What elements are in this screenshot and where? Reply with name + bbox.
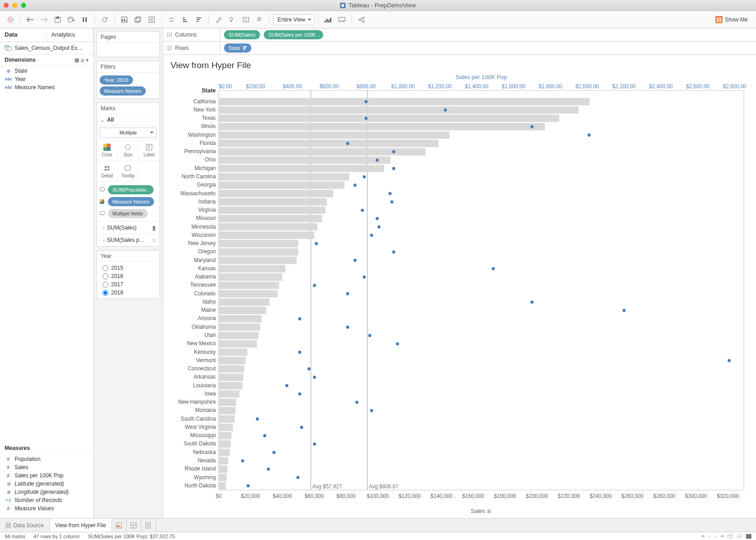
bar-Idaho[interactable] <box>218 299 269 306</box>
dot-Texas[interactable] <box>365 117 368 120</box>
bar-Massachusetts[interactable] <box>218 190 333 197</box>
mark-pill-row[interactable]: SUM(Populatio.. <box>98 184 159 196</box>
group-button[interactable] <box>226 14 238 26</box>
new-story-button[interactable] <box>141 519 156 532</box>
undo-button[interactable] <box>24 14 36 26</box>
dot-Nevada[interactable] <box>241 459 244 462</box>
highlight-button[interactable] <box>213 14 224 26</box>
dimension-field[interactable]: AbcMeasure Names <box>0 83 93 91</box>
bar-Michigan[interactable] <box>218 165 384 172</box>
bar-Connecticut[interactable] <box>218 365 244 373</box>
pin-button[interactable] <box>254 14 266 26</box>
view-small-icon[interactable] <box>728 534 733 539</box>
dot-Georgia[interactable] <box>353 183 357 187</box>
bar-Wisconsin[interactable] <box>218 232 314 239</box>
bar-South Dakota[interactable] <box>218 440 230 448</box>
datasource-tab[interactable]: Data Source <box>0 519 50 532</box>
new-datasource-button[interactable] <box>65 14 77 26</box>
measure-field[interactable]: ⊕Latitude (generated) <box>0 480 93 488</box>
mark-detail-cell[interactable]: Detail <box>97 161 118 182</box>
sheet-tab-active[interactable]: View from Hyper File <box>50 519 112 532</box>
bar-Montana[interactable] <box>218 407 235 414</box>
bar-Rhode Island[interactable] <box>218 465 227 473</box>
viz-title[interactable]: View from Hyper File <box>163 55 756 72</box>
columns-shelf[interactable]: Columns SUM(Sales)SUM(Sales per 100K .. <box>163 28 756 42</box>
mark-pill-row[interactable]: Measure Names <box>98 196 159 208</box>
mark-color-cell[interactable]: Color <box>97 140 118 161</box>
measure-field[interactable]: #Measure Values <box>0 504 93 513</box>
dot-Wyoming[interactable] <box>296 476 299 479</box>
bar-West Virginia[interactable] <box>218 424 233 431</box>
menu-icon[interactable]: ▾ <box>86 57 89 63</box>
dot-Maine[interactable] <box>623 309 626 312</box>
bar-Arizona[interactable] <box>218 315 261 322</box>
filter-pill[interactable]: Year: 2018 <box>100 75 133 85</box>
bar-South Carolina[interactable] <box>218 415 234 422</box>
dot-Montana[interactable] <box>370 409 373 412</box>
bar-Virginia[interactable] <box>218 207 325 214</box>
bar-Utah[interactable] <box>218 332 258 339</box>
bar-New Hampshire[interactable] <box>218 399 236 406</box>
new-dashboard-button[interactable] <box>127 519 141 532</box>
redo-button[interactable] <box>38 14 50 26</box>
dot-Michigan[interactable] <box>392 167 395 170</box>
filter-pill[interactable]: Measure Names <box>100 86 146 96</box>
year-radio-2016[interactable]: 2016 <box>99 272 158 280</box>
bar-Missouri[interactable] <box>218 215 322 222</box>
bar-Minnesota[interactable] <box>218 223 317 230</box>
bar-Tennessee[interactable] <box>218 282 279 289</box>
bar-Iowa[interactable] <box>218 390 239 398</box>
bar-Arkansas[interactable] <box>218 374 243 381</box>
dot-West Virginia[interactable] <box>300 426 303 429</box>
prev-icon[interactable]: ‹ <box>709 534 711 539</box>
search-icon[interactable]: ρ <box>81 57 84 63</box>
revert-button[interactable] <box>99 14 111 26</box>
bar-California[interactable] <box>218 98 589 105</box>
dot-California[interactable] <box>365 100 368 103</box>
dot-Missouri[interactable] <box>376 217 379 220</box>
bar-New York[interactable] <box>218 107 578 114</box>
show-labels-button[interactable]: T <box>240 14 252 26</box>
dot-South Dakota[interactable] <box>313 443 316 446</box>
save-button[interactable] <box>52 14 64 26</box>
bar-North Carolina[interactable] <box>218 173 349 181</box>
dot-Iowa[interactable] <box>298 392 301 396</box>
mark-label-cell[interactable]: Label <box>138 140 160 161</box>
bar-Wyoming[interactable] <box>218 474 226 481</box>
shelf-pill[interactable]: SUM(Sales per 100K .. <box>264 30 323 39</box>
dot-Pennsylvania[interactable] <box>392 150 395 153</box>
bar-Kentucky[interactable] <box>218 348 247 356</box>
new-worksheet-button[interactable] <box>118 14 130 26</box>
shelf-pill[interactable]: SUM(Sales) <box>224 30 260 39</box>
dot-Nebraska[interactable] <box>272 451 276 454</box>
bar-New Mexico[interactable] <box>218 340 257 348</box>
measure-field[interactable]: =#Number of Records <box>0 496 93 504</box>
view-as-table-icon[interactable]: ▦ <box>75 57 79 63</box>
dot-Washington[interactable] <box>587 134 591 137</box>
shelf-pill[interactable]: State <box>224 43 251 53</box>
first-icon[interactable]: ⇤ <box>702 533 706 539</box>
bar-Vermont[interactable] <box>218 357 245 364</box>
mark-type-dropdown[interactable]: Multiple <box>100 128 157 138</box>
dimension-field[interactable]: ⊕State <box>0 67 93 75</box>
dimension-field[interactable]: AbcYear <box>0 75 93 83</box>
year-radio-2018[interactable]: 2018 <box>99 289 158 297</box>
dot-Oregon[interactable] <box>392 251 395 254</box>
bar-Oklahoma[interactable] <box>218 323 260 331</box>
measure-field[interactable]: #Sales <box>0 463 93 471</box>
sort-desc-button[interactable] <box>193 14 205 26</box>
bar-North Dakota[interactable] <box>218 482 226 489</box>
dot-Colorado[interactable] <box>346 292 349 295</box>
dot-Florida[interactable] <box>346 142 349 145</box>
bar-Georgia[interactable] <box>218 182 344 189</box>
bar-Colorado[interactable] <box>218 290 277 297</box>
next-icon[interactable]: › <box>714 534 716 539</box>
bar-Texas[interactable] <box>218 115 559 122</box>
close-window-button[interactable] <box>4 3 9 8</box>
bar-Maine[interactable] <box>218 307 266 314</box>
bar-Kansas[interactable] <box>218 265 285 273</box>
dot-North Carolina[interactable] <box>363 175 366 178</box>
collapsed-mark-row[interactable]: SUM(Sales)▮ <box>97 221 160 234</box>
dot-Oklahoma[interactable] <box>346 326 349 329</box>
dot-Utah[interactable] <box>368 334 372 337</box>
